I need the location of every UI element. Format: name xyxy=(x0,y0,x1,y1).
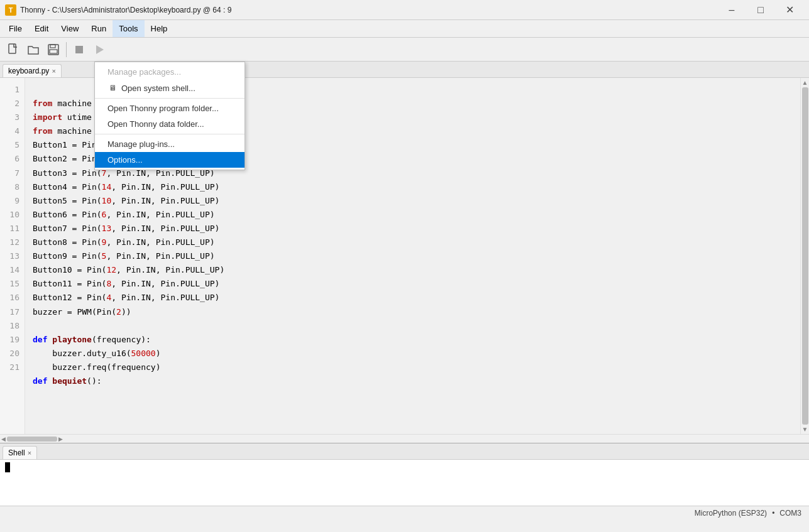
menu-view[interactable]: View xyxy=(55,20,85,37)
stop-button[interactable] xyxy=(70,40,89,59)
scroll-thumb[interactable] xyxy=(802,87,808,425)
options-label: Options... xyxy=(107,155,143,165)
manage-plugins-label: Manage plug-ins... xyxy=(107,139,175,149)
svg-rect-0 xyxy=(9,44,16,53)
title-bar: T Thonny - C:\Users\Administrator\Deskto… xyxy=(0,0,809,20)
new-file-button[interactable] xyxy=(4,40,23,59)
toolbar xyxy=(0,38,809,62)
scroll-down-button[interactable]: ▼ xyxy=(802,426,808,433)
shell-tab-bar: Shell × xyxy=(0,443,809,460)
close-button[interactable]: ✕ xyxy=(775,0,804,20)
menu-open-thonny-data-folder[interactable]: Open Thonny data folder... xyxy=(95,116,245,132)
status-bar: MicroPython (ESP32) • COM3 xyxy=(0,506,809,519)
menu-options[interactable]: Options... xyxy=(95,152,245,168)
scroll-left-button[interactable]: ◀ xyxy=(1,436,6,442)
app-icon: T xyxy=(5,4,16,16)
menu-help[interactable]: Help xyxy=(145,20,174,37)
open-file-button[interactable] xyxy=(24,40,43,59)
title-controls: – □ ✕ xyxy=(717,0,804,20)
file-tab[interactable]: keyboard.py × xyxy=(3,64,62,77)
window-title: Thonny - C:\Users\Administrator\Desktop\… xyxy=(20,6,231,14)
menu-separator-1 xyxy=(95,98,245,99)
svg-rect-4 xyxy=(75,46,83,53)
horizontal-scrollbar[interactable]: ◀ ▶ xyxy=(0,434,809,443)
terminal-icon: 🖥 xyxy=(107,83,118,93)
shell-tab-close[interactable]: × xyxy=(28,449,31,457)
menu-manage-packages[interactable]: Manage packages... xyxy=(95,64,245,80)
shell-tab[interactable]: Shell × xyxy=(3,446,37,459)
maximize-button[interactable]: □ xyxy=(746,0,775,20)
tab-close-button[interactable]: × xyxy=(52,67,55,75)
status-separator: • xyxy=(772,509,774,518)
menu-open-thonny-program-folder[interactable]: Open Thonny program folder... xyxy=(95,100,245,116)
menu-tools[interactable]: Tools xyxy=(113,20,144,37)
shell-content[interactable] xyxy=(0,460,809,506)
run-button[interactable] xyxy=(90,40,109,59)
menu-separator-2 xyxy=(95,134,245,134)
tab-label: keyboard.py xyxy=(8,67,49,75)
svg-rect-3 xyxy=(50,50,57,53)
shell-cursor xyxy=(5,462,10,472)
open-system-shell-label: Open system shell... xyxy=(121,84,195,93)
h-scroll-thumb[interactable] xyxy=(7,437,57,442)
menu-run[interactable]: Run xyxy=(85,20,113,37)
vertical-scrollbar[interactable]: ▲ ▼ xyxy=(800,78,809,434)
toolbar-separator-1 xyxy=(66,42,67,57)
runtime-label: MicroPython (ESP32) xyxy=(695,509,767,518)
menu-edit[interactable]: Edit xyxy=(28,20,55,37)
menu-open-system-shell[interactable]: 🖥 Open system shell... xyxy=(95,80,245,96)
svg-marker-5 xyxy=(96,45,104,54)
scroll-up-button[interactable]: ▲ xyxy=(802,79,808,86)
shell-area: Shell × xyxy=(0,443,809,506)
manage-packages-label: Manage packages... xyxy=(107,67,181,77)
title-bar-left: T Thonny - C:\Users\Administrator\Deskto… xyxy=(5,4,231,16)
save-file-button[interactable] xyxy=(44,40,63,59)
menu-bar: File Edit View Run Tools Help xyxy=(0,20,809,38)
line-numbers: 123456789101112131415161718192021 xyxy=(0,78,25,434)
scroll-right-button[interactable]: ▶ xyxy=(58,436,63,442)
port-label: COM3 xyxy=(779,509,801,518)
open-thonny-data-folder-label: Open Thonny data folder... xyxy=(107,119,204,129)
menu-file[interactable]: File xyxy=(3,20,28,37)
tools-dropdown-menu: Manage packages... 🖥 Open system shell..… xyxy=(94,62,245,170)
menu-manage-plugins[interactable]: Manage plug-ins... xyxy=(95,136,245,152)
shell-tab-label: Shell xyxy=(8,448,25,457)
minimize-button[interactable]: – xyxy=(717,0,746,20)
open-thonny-program-folder-label: Open Thonny program folder... xyxy=(107,104,219,113)
